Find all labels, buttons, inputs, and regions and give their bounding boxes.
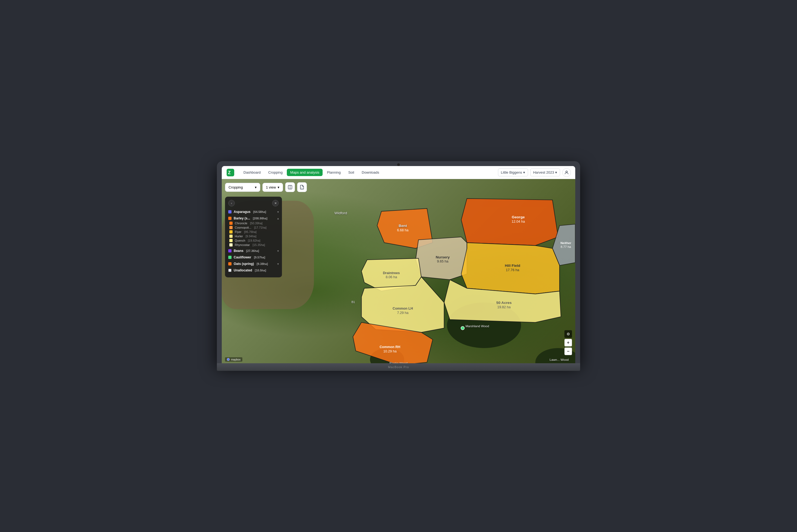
legend-header: ‹ ✕: [228, 200, 279, 206]
mapbox-attribution: m mapbox: [225, 357, 242, 362]
svg-text:8.77 ha: 8.77 ha: [561, 245, 571, 248]
svg-text:Z: Z: [228, 170, 231, 175]
oats-color: [228, 262, 232, 265]
svg-text:10.29 ha: 10.29 ha: [383, 349, 397, 353]
legend-group-asparagus: Asparagus [64.58ha] ▾: [228, 209, 279, 214]
svg-point-34: [461, 326, 464, 330]
svg-text:Widford: Widford: [334, 211, 347, 215]
laptop-base: [217, 363, 580, 371]
compare-button[interactable]: [285, 182, 295, 192]
svg-text:50 Acres: 50 Acres: [496, 301, 512, 305]
svg-text:Common RH: Common RH: [380, 345, 400, 349]
nav-dashboard[interactable]: Dashboard: [240, 169, 264, 176]
svg-text:19.82 ha: 19.82 ha: [497, 305, 511, 309]
quench-color: [229, 239, 233, 242]
svg-text:PDF: PDF: [301, 188, 303, 189]
legend-item-flyer[interactable]: Flyer [95.76ha]: [228, 230, 279, 234]
layer-select[interactable]: Cropping ▾: [225, 183, 260, 192]
legend-group-cauliflower: Cauliflower [9.57ha]: [228, 254, 279, 260]
user-avatar[interactable]: [562, 168, 571, 177]
svg-text:B1: B1: [351, 300, 355, 304]
hurler-color: [229, 234, 233, 238]
legend-group-asparagus-header[interactable]: Asparagus [64.58ha] ▾: [228, 209, 279, 214]
zoom-out-button[interactable]: −: [564, 347, 572, 355]
pdf-export-button[interactable]: PDF: [297, 182, 307, 192]
svg-text:George: George: [512, 215, 525, 219]
laptop-camera: [397, 163, 400, 166]
svg-text:9.65 ha: 9.65 ha: [437, 260, 449, 263]
map-settings-button[interactable]: ⚙: [564, 330, 572, 338]
nav-soil[interactable]: Soil: [345, 169, 358, 176]
navbar: Z Dashboard Cropping Maps and analysis P…: [222, 166, 575, 179]
map-container[interactable]: Bent 6.68 ha George 12.04 ha Neither 8.7…: [222, 179, 575, 363]
legend-panel: ‹ ✕ Asparagus [64.58ha] ▾: [225, 197, 282, 278]
legend-group-cauliflower-header[interactable]: Cauliflower [9.57ha]: [228, 254, 279, 260]
legend-item-quench[interactable]: Quench [19.82ha]: [228, 239, 279, 243]
laptop-body: Z Dashboard Cropping Maps and analysis P…: [217, 161, 580, 363]
legend-group-barley: Barley (s... [208.98ha] ▴ Chronicle [50.…: [228, 216, 279, 247]
legend-close-button[interactable]: ✕: [272, 200, 279, 206]
beans-color: [228, 249, 232, 252]
zoom-in-button[interactable]: +: [564, 339, 572, 346]
map-controls: ⚙ + −: [564, 330, 572, 355]
asparagus-color: [228, 210, 232, 213]
svg-text:17.76 ha: 17.76 ha: [506, 268, 520, 272]
screen-content: Z Dashboard Cropping Maps and analysis P…: [222, 166, 575, 363]
svg-text:m: m: [228, 359, 229, 360]
legend-group-unallocated: Unallocated [10.5ha]: [228, 268, 279, 273]
legend-group-beans-header[interactable]: Beans [27.36ha] ▾: [228, 248, 279, 253]
unallocated-color: [228, 269, 232, 272]
legend-group-oats-header[interactable]: Oats (spring) [9.38ha] ▾: [228, 261, 279, 267]
legend-item-chronicle[interactable]: Chronicle [50.39ha]: [228, 221, 279, 225]
flyer-color: [229, 230, 233, 233]
legend-group-unallocated-header[interactable]: Unallocated [10.5ha]: [228, 268, 279, 273]
svg-text:12.04 ha: 12.04 ha: [511, 220, 525, 224]
nav-planning[interactable]: Planning: [324, 169, 344, 176]
chronicle-color: [229, 222, 233, 225]
nav-right: Little Biggens ▾ Harvest 2023 ▾: [498, 168, 571, 177]
harvest-selector[interactable]: Harvest 2023 ▾: [530, 169, 560, 176]
svg-text:Lawn... Wood: Lawn... Wood: [549, 358, 568, 361]
svg-text:Nursery: Nursery: [436, 255, 450, 259]
rhyncostar-color: [229, 243, 233, 247]
nav-links: Dashboard Cropping Maps and analysis Pla…: [240, 169, 493, 176]
svg-text:Common LH: Common LH: [393, 307, 413, 310]
svg-text:6.68 ha: 6.68 ha: [397, 228, 409, 232]
nav-cropping[interactable]: Cropping: [265, 169, 286, 176]
svg-text:Neither: Neither: [560, 241, 571, 245]
map-toolbar: Cropping ▾ 1 view ▾: [225, 182, 307, 192]
barley-color: [228, 217, 232, 220]
svg-marker-9: [461, 198, 558, 246]
legend-back-button[interactable]: ‹: [228, 200, 235, 206]
svg-point-2: [566, 171, 567, 173]
legend-group-beans: Beans [27.36ha] ▾: [228, 248, 279, 253]
cosmopolitan-color: [229, 226, 233, 229]
svg-text:7.29 ha: 7.29 ha: [397, 311, 409, 315]
legend-group-barley-header[interactable]: Barley (s... [208.98ha] ▴: [228, 216, 279, 221]
farm-selector[interactable]: Little Biggens ▾: [498, 169, 528, 176]
svg-text:Hill Field: Hill Field: [505, 264, 520, 268]
legend-item-cosmopolitan[interactable]: Cosmopoli... [17.71ha]: [228, 225, 279, 230]
svg-text:Bent: Bent: [399, 224, 407, 228]
laptop-screen: Z Dashboard Cropping Maps and analysis P…: [222, 166, 575, 363]
svg-text:Draintrees: Draintrees: [383, 271, 400, 275]
nav-maps-analysis[interactable]: Maps and analysis: [287, 169, 323, 176]
legend-item-rhyncostar[interactable]: Rhyncostar [15.35ha]: [228, 243, 279, 247]
cauliflower-color: [228, 256, 232, 259]
legend-group-oats: Oats (spring) [9.38ha] ▾: [228, 261, 279, 267]
laptop-frame: Z Dashboard Cropping Maps and analysis P…: [217, 161, 580, 371]
nav-downloads[interactable]: Downloads: [358, 169, 382, 176]
svg-text:Marshland Wood: Marshland Wood: [466, 324, 489, 328]
view-selector[interactable]: 1 view ▾: [262, 183, 283, 192]
app-logo[interactable]: Z: [226, 168, 235, 177]
legend-item-hurler[interactable]: Hurler [9.94ha]: [228, 234, 279, 239]
svg-text:8.06 ha: 8.06 ha: [386, 275, 397, 279]
